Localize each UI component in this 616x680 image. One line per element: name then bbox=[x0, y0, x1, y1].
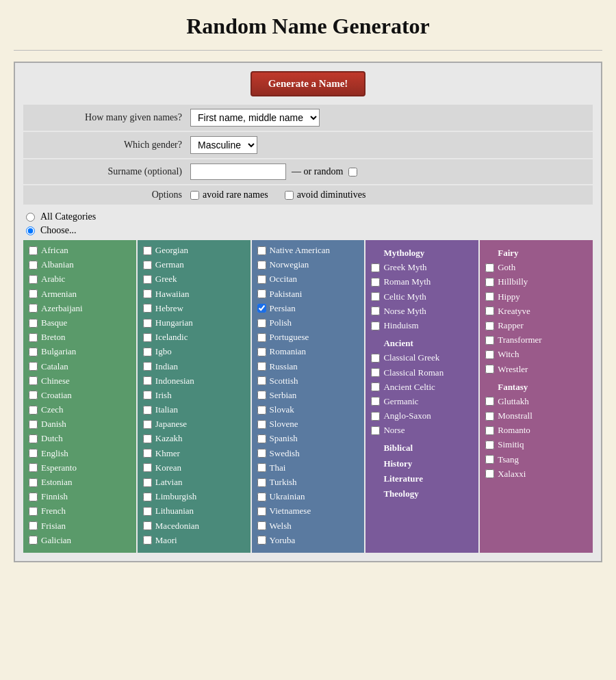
cb-occitan[interactable] bbox=[257, 275, 266, 284]
cb-gluttakh[interactable] bbox=[485, 397, 494, 406]
cb-lithuanian[interactable] bbox=[143, 507, 152, 516]
cb-classical-roman[interactable] bbox=[371, 368, 380, 377]
cb-chinese[interactable] bbox=[29, 376, 38, 385]
cb-bulgarian[interactable] bbox=[29, 348, 38, 356]
cb-indonesian[interactable] bbox=[143, 376, 152, 385]
cb-slovene[interactable] bbox=[257, 420, 266, 429]
cb-croatian[interactable] bbox=[29, 391, 38, 400]
cb-catalan[interactable] bbox=[29, 362, 38, 371]
cb-estonian[interactable] bbox=[29, 478, 38, 487]
avoid-rare-label[interactable]: avoid rare names bbox=[190, 189, 268, 200]
cb-hebrew[interactable] bbox=[143, 304, 152, 313]
cb-breton[interactable] bbox=[29, 333, 38, 342]
gender-select[interactable]: Masculine Feminine Either bbox=[190, 136, 257, 154]
given-names-select[interactable]: First name only First name, middle name … bbox=[190, 109, 320, 127]
cb-korean[interactable] bbox=[143, 463, 152, 472]
cb-romanian[interactable] bbox=[257, 348, 266, 356]
cb-icelandic[interactable] bbox=[143, 333, 152, 342]
all-categories-radio[interactable] bbox=[26, 213, 35, 222]
cb-macedonian[interactable] bbox=[143, 521, 152, 530]
cb-dutch[interactable] bbox=[29, 434, 38, 443]
cb-spanish[interactable] bbox=[257, 434, 266, 443]
cb-norwegian[interactable] bbox=[257, 261, 266, 270]
cb-igbo[interactable] bbox=[143, 348, 152, 356]
cb-danish[interactable] bbox=[29, 420, 38, 429]
cb-romanto[interactable] bbox=[485, 426, 494, 435]
cb-galician[interactable] bbox=[29, 536, 38, 545]
cb-tsang[interactable] bbox=[485, 455, 494, 464]
cb-finnish[interactable] bbox=[29, 493, 38, 501]
cb-goth[interactable] bbox=[485, 263, 494, 272]
surname-input[interactable] bbox=[190, 164, 286, 180]
cb-transformer[interactable] bbox=[485, 336, 494, 345]
choose-label: Choose... bbox=[40, 225, 77, 236]
cb-vietnamese[interactable] bbox=[257, 507, 266, 516]
cb-czech[interactable] bbox=[29, 406, 38, 415]
cb-kreatyve[interactable] bbox=[485, 306, 494, 315]
cb-hungarian[interactable] bbox=[143, 319, 152, 328]
cb-hinduism[interactable] bbox=[371, 322, 380, 330]
cb-portuguese[interactable] bbox=[257, 333, 266, 342]
cb-yoruba[interactable] bbox=[257, 536, 266, 545]
cb-polish[interactable] bbox=[257, 319, 266, 328]
cb-native-american[interactable] bbox=[257, 246, 266, 255]
cb-indian[interactable] bbox=[143, 362, 152, 371]
cb-anglo-saxon[interactable] bbox=[371, 412, 380, 421]
cb-frisian[interactable] bbox=[29, 521, 38, 530]
cb-norse[interactable] bbox=[371, 426, 380, 435]
cb-wrestler[interactable] bbox=[485, 365, 494, 374]
cb-slovak[interactable] bbox=[257, 406, 266, 415]
cb-ancient-celtic[interactable] bbox=[371, 382, 380, 391]
cb-armenian[interactable] bbox=[29, 289, 38, 298]
cb-khmer[interactable] bbox=[143, 449, 152, 458]
cb-scottish[interactable] bbox=[257, 376, 266, 385]
cb-persian[interactable] bbox=[257, 304, 266, 313]
cb-swedish[interactable] bbox=[257, 449, 266, 458]
cb-arabic[interactable] bbox=[29, 275, 38, 284]
cb-georgian[interactable] bbox=[143, 246, 152, 255]
cb-simitiq[interactable] bbox=[485, 441, 494, 449]
cb-albanian[interactable] bbox=[29, 261, 38, 270]
cb-rapper[interactable] bbox=[485, 322, 494, 330]
cb-hawaiian[interactable] bbox=[143, 289, 152, 298]
cb-limburgish[interactable] bbox=[143, 493, 152, 501]
cb-maori[interactable] bbox=[143, 536, 152, 545]
cb-witch[interactable] bbox=[485, 350, 494, 359]
cb-esperanto[interactable] bbox=[29, 463, 38, 472]
cb-irish[interactable] bbox=[143, 391, 152, 400]
cb-classical-greek[interactable] bbox=[371, 354, 380, 363]
cb-azerbaijani[interactable] bbox=[29, 304, 38, 313]
cb-greek-myth[interactable] bbox=[371, 263, 380, 272]
cb-russian[interactable] bbox=[257, 362, 266, 371]
choose-radio[interactable] bbox=[26, 226, 35, 235]
random-surname-checkbox[interactable] bbox=[348, 168, 357, 176]
cb-latvian[interactable] bbox=[143, 478, 152, 487]
cb-germanic[interactable] bbox=[371, 397, 380, 406]
cb-turkish[interactable] bbox=[257, 478, 266, 487]
cb-roman-myth[interactable] bbox=[371, 278, 380, 287]
cb-xalaxxi[interactable] bbox=[485, 469, 494, 478]
cb-african[interactable] bbox=[29, 246, 38, 255]
cb-pakistani[interactable] bbox=[257, 289, 266, 298]
cb-monstrall[interactable] bbox=[485, 412, 494, 421]
cb-basque[interactable] bbox=[29, 319, 38, 328]
cb-thai[interactable] bbox=[257, 463, 266, 472]
cb-french[interactable] bbox=[29, 507, 38, 516]
cb-italian[interactable] bbox=[143, 406, 152, 415]
cb-kazakh[interactable] bbox=[143, 434, 152, 443]
cb-english[interactable] bbox=[29, 449, 38, 458]
cb-hillbilly[interactable] bbox=[485, 278, 494, 287]
cb-welsh[interactable] bbox=[257, 521, 266, 530]
avoid-diminutives-checkbox[interactable] bbox=[285, 191, 294, 200]
cb-greek[interactable] bbox=[143, 275, 152, 284]
cb-norse-myth[interactable] bbox=[371, 306, 380, 315]
cb-serbian[interactable] bbox=[257, 391, 266, 400]
avoid-diminutives-label[interactable]: avoid diminutives bbox=[285, 189, 366, 200]
generate-button[interactable]: Generate a Name! bbox=[251, 71, 366, 96]
cb-japanese[interactable] bbox=[143, 420, 152, 429]
cb-ukrainian[interactable] bbox=[257, 493, 266, 501]
avoid-rare-checkbox[interactable] bbox=[190, 191, 199, 200]
cb-hippy[interactable] bbox=[485, 292, 494, 301]
cb-german[interactable] bbox=[143, 261, 152, 270]
cb-celtic-myth[interactable] bbox=[371, 292, 380, 301]
